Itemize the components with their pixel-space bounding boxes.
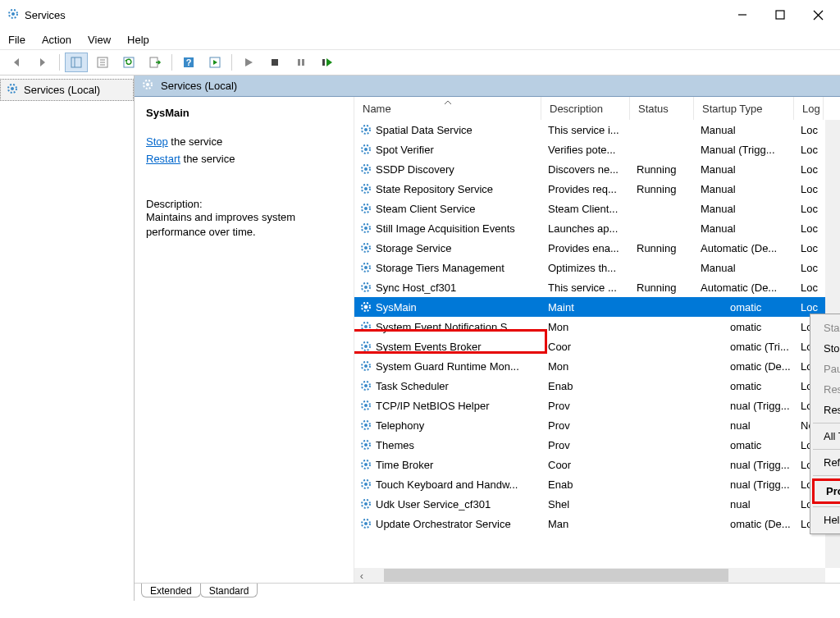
column-name[interactable]: Name — [354, 97, 541, 120]
list-columns-header: Name Description Status Startup Type Log — [354, 97, 840, 120]
column-logon[interactable]: Log — [794, 97, 824, 120]
service-row[interactable]: Udk User Service_cf301ShelnualLoc — [354, 494, 840, 514]
svg-point-66 — [364, 483, 368, 486]
pause-button[interactable] — [290, 53, 313, 72]
context-menu-item: Resume — [812, 379, 840, 400]
header-bar: Services (Local) — [135, 76, 840, 97]
context-menu-item[interactable]: All Tasks› — [812, 426, 840, 446]
service-row[interactable]: State Repository ServiceProvides req...R… — [354, 179, 840, 199]
svg-rect-23 — [322, 59, 325, 66]
svg-point-32 — [364, 148, 368, 151]
svg-point-28 — [146, 83, 149, 86]
column-status[interactable]: Status — [630, 97, 694, 120]
svg-marker-13 — [125, 59, 127, 62]
show-hide-tree-button[interactable] — [65, 53, 88, 72]
close-button[interactable] — [799, 3, 837, 26]
svg-rect-6 — [71, 57, 81, 67]
maximize-button[interactable] — [761, 3, 799, 26]
svg-rect-20 — [272, 59, 278, 66]
service-row[interactable]: Storage Tiers ManagementOptimizes th...M… — [354, 258, 840, 277]
svg-point-44 — [364, 266, 368, 269]
svg-point-36 — [364, 187, 368, 190]
service-row[interactable]: Storage ServiceProvides ena...RunningAut… — [354, 238, 840, 258]
info-pane: SysMain Stop the service Restart the ser… — [135, 97, 354, 583]
service-row[interactable]: Spot VerifierVerifies pote...Manual (Tri… — [354, 140, 840, 159]
service-row[interactable]: System Event Notification S...MonomaticL… — [354, 317, 840, 336]
svg-point-56 — [364, 384, 368, 387]
column-description[interactable]: Description — [541, 97, 630, 120]
tab-extended[interactable]: Extended — [141, 584, 201, 597]
menu-file[interactable]: File — [8, 34, 25, 46]
context-menu-item[interactable]: Refresh — [812, 452, 840, 473]
svg-marker-18 — [213, 60, 217, 65]
menu-view[interactable]: View — [88, 34, 111, 46]
properties-button[interactable] — [91, 53, 114, 72]
service-row[interactable]: Spatial Data ServiceThis service i...Man… — [354, 120, 840, 140]
svg-point-26 — [11, 87, 14, 90]
svg-point-64 — [364, 463, 368, 466]
svg-point-34 — [364, 167, 368, 171]
forward-button[interactable] — [31, 53, 54, 72]
titlebar: Services — [0, 0, 840, 30]
menubar: File Action View Help — [0, 30, 840, 49]
svg-point-58 — [364, 404, 368, 407]
action-button[interactable] — [203, 53, 226, 72]
restart-link[interactable]: Restart — [146, 153, 180, 165]
service-row[interactable]: Touch Keyboard and Handw...Enabnual (Tri… — [354, 474, 840, 494]
svg-point-68 — [364, 502, 368, 506]
description-text: Maintains and improves system performanc… — [146, 210, 342, 241]
refresh-button[interactable] — [117, 53, 140, 72]
back-button[interactable] — [5, 53, 28, 72]
service-row[interactable]: SysMainMaintomaticLoc — [354, 297, 840, 317]
service-row[interactable]: Time BrokerCoornual (Trigg...Loc — [354, 455, 840, 474]
restart-button[interactable] — [316, 53, 339, 72]
service-row[interactable]: TCP/IP NetBIOS HelperProvnual (Trigg...L… — [354, 396, 840, 415]
context-menu-item[interactable]: Help — [812, 510, 840, 530]
sidebar-label: Services (Local) — [24, 84, 100, 96]
tab-standard[interactable]: Standard — [200, 584, 258, 597]
menu-action[interactable]: Action — [42, 34, 71, 46]
sidebar-item-services-local[interactable]: Services (Local) — [0, 79, 134, 101]
service-row[interactable]: TelephonyProvnualNet — [354, 415, 840, 435]
context-menu-item[interactable]: Properties — [812, 478, 840, 504]
stop-link[interactable]: Stop — [146, 135, 168, 148]
service-row[interactable]: System Events BrokerCooromatic (Tri...Lo… — [354, 336, 840, 356]
service-list: Name Description Status Startup Type Log… — [354, 97, 840, 583]
service-row[interactable]: Task SchedulerEnabomaticLoc — [354, 376, 840, 396]
svg-point-50 — [364, 325, 368, 328]
help-button[interactable]: ? — [177, 53, 200, 72]
context-menu: StartStopPauseResumeRestartAll Tasks›Ref… — [810, 314, 840, 534]
svg-point-40 — [364, 227, 368, 230]
service-row[interactable]: SSDP DiscoveryDiscovers ne...RunningManu… — [354, 159, 840, 179]
service-row[interactable]: Steam Client ServiceSteam Client...Manua… — [354, 199, 840, 218]
services-icon — [6, 82, 19, 98]
services-icon — [7, 7, 20, 23]
svg-point-60 — [364, 423, 368, 427]
menu-help[interactable]: Help — [127, 34, 149, 46]
export-button[interactable] — [144, 53, 167, 72]
service-row[interactable]: Still Image Acquisition EventsLaunches a… — [354, 218, 840, 238]
svg-rect-22 — [302, 59, 304, 66]
horizontal-scroll-thumb[interactable] — [384, 569, 728, 582]
selected-service-title: SysMain — [146, 107, 342, 119]
description-label: Description: — [146, 198, 342, 210]
play-button[interactable] — [237, 53, 260, 72]
service-row[interactable]: System Guard Runtime Mon...Monomatic (De… — [354, 356, 840, 376]
svg-point-62 — [364, 443, 368, 446]
context-menu-item[interactable]: Stop — [812, 338, 840, 359]
svg-point-52 — [364, 345, 368, 348]
hscroll-left-icon[interactable]: ‹ — [354, 570, 369, 582]
minimize-button[interactable] — [724, 3, 761, 26]
stop-button[interactable] — [263, 53, 286, 72]
service-row[interactable]: Sync Host_cf301This service ...RunningAu… — [354, 277, 840, 297]
sidebar: Services (Local) — [0, 76, 135, 601]
column-startup[interactable]: Startup Type — [694, 97, 794, 120]
toolbar: ? — [0, 49, 840, 76]
horizontal-scrollbar[interactable]: ‹ — [354, 568, 825, 583]
service-row[interactable]: ThemesProvomaticLoc — [354, 435, 840, 455]
svg-text:?: ? — [186, 57, 192, 67]
service-row[interactable]: Update Orchestrator ServiceManomatic (De… — [354, 514, 840, 533]
context-menu-item[interactable]: Restart — [812, 400, 840, 420]
svg-marker-19 — [245, 58, 253, 66]
svg-marker-24 — [326, 58, 332, 66]
